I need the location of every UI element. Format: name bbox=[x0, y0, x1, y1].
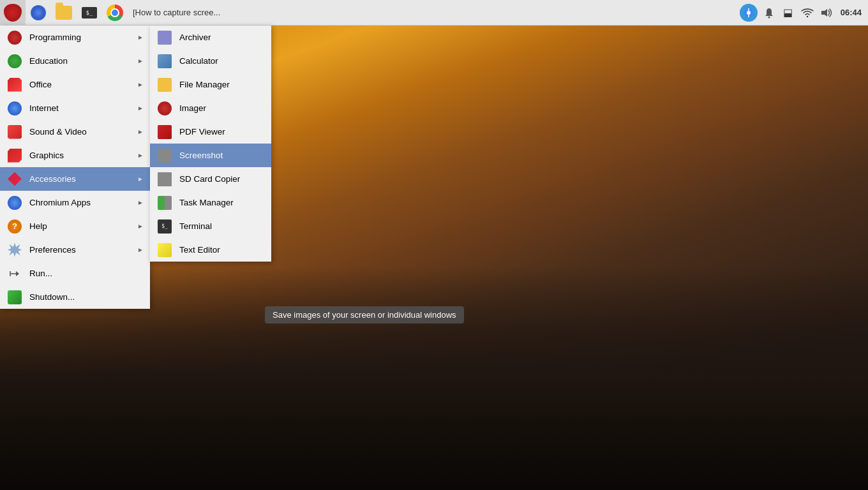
preferences-arrow: ► bbox=[137, 246, 144, 253]
texteditor-label: Text Editor bbox=[179, 245, 220, 255]
soundvideo-icon bbox=[6, 124, 23, 140]
bluetooth-button[interactable]: ⬓ bbox=[781, 0, 796, 26]
run-icon bbox=[6, 265, 23, 282]
filemanager-label: File Manager bbox=[179, 80, 230, 89]
svg-marker-5 bbox=[821, 9, 827, 17]
chromium-taskbar-button[interactable] bbox=[102, 0, 128, 26]
folder-icon bbox=[56, 6, 72, 20]
menu-item-accessories[interactable]: Accessories ► bbox=[0, 167, 150, 191]
accessories-label: Accessories bbox=[29, 174, 137, 184]
sub-item-pdfviewer[interactable]: PDF Viewer bbox=[150, 120, 271, 144]
imager-icon bbox=[156, 100, 173, 117]
menu-item-shutdown[interactable]: Shutdown... bbox=[0, 285, 150, 309]
menu-item-help[interactable]: ? Help ► bbox=[0, 214, 150, 238]
filemanager-icon bbox=[156, 77, 173, 93]
browser-button[interactable] bbox=[26, 0, 51, 26]
programming-label: Programming bbox=[29, 33, 137, 42]
graphics-arrow: ► bbox=[137, 152, 144, 159]
soundvideo-arrow: ► bbox=[137, 128, 144, 135]
raspberry-icon bbox=[4, 4, 22, 22]
bell-icon bbox=[764, 7, 774, 19]
desktop: $_ [How to capture scree... bbox=[0, 0, 868, 490]
sub-item-archiver[interactable]: Archiver bbox=[150, 26, 271, 49]
sub-item-sdcopier[interactable]: SD Card Copier bbox=[150, 167, 271, 191]
menu-item-chromiumapps[interactable]: Chromium Apps ► bbox=[0, 191, 150, 214]
menu-item-office[interactable]: Office ► bbox=[0, 73, 150, 96]
chromiumapps-arrow: ► bbox=[137, 199, 144, 206]
soundvideo-label: Sound & Video bbox=[29, 127, 137, 137]
globe-icon bbox=[31, 5, 46, 20]
sub-item-screenshot[interactable]: Screenshot bbox=[150, 144, 271, 167]
svg-point-4 bbox=[768, 16, 770, 18]
sub-item-taskmanager[interactable]: Task Manager bbox=[150, 191, 271, 214]
internet-icon bbox=[6, 100, 23, 117]
preferences-icon bbox=[6, 242, 23, 258]
office-label: Office bbox=[29, 80, 137, 89]
sub-item-texteditor[interactable]: Text Editor bbox=[150, 238, 271, 262]
terminal-icon: $_ bbox=[82, 7, 97, 19]
sub-item-calculator[interactable]: Calculator bbox=[150, 49, 271, 73]
volume-button[interactable] bbox=[819, 0, 834, 26]
bluetooth-icon: ⬓ bbox=[783, 6, 793, 19]
help-label: Help bbox=[29, 221, 137, 231]
taskbar-title: [How to capture scree... bbox=[128, 8, 740, 17]
notification-button[interactable] bbox=[761, 0, 777, 26]
menu-item-preferences[interactable]: Preferences ► bbox=[0, 238, 150, 262]
terminal-label: Terminal bbox=[179, 221, 212, 231]
wifi-icon bbox=[801, 8, 814, 18]
education-label: Education bbox=[29, 56, 137, 66]
menu-item-graphics[interactable]: Graphics ► bbox=[0, 144, 150, 167]
graphics-label: Graphics bbox=[29, 151, 137, 160]
menu-item-run[interactable]: Run... bbox=[0, 262, 150, 285]
calculator-label: Calculator bbox=[179, 56, 218, 66]
sdcopier-icon bbox=[156, 171, 173, 188]
wifi-button[interactable] bbox=[800, 0, 815, 26]
files-button[interactable] bbox=[51, 0, 77, 26]
help-icon: ? bbox=[6, 218, 23, 235]
sub-item-filemanager[interactable]: File Manager bbox=[150, 73, 271, 96]
office-icon bbox=[6, 77, 23, 93]
menu-item-programming[interactable]: Programming ► bbox=[0, 26, 150, 49]
svg-marker-7 bbox=[16, 271, 19, 276]
pdfviewer-label: PDF Viewer bbox=[179, 127, 225, 137]
help-arrow: ► bbox=[137, 223, 144, 230]
sub-item-imager[interactable]: Imager bbox=[150, 96, 271, 120]
accessories-icon bbox=[6, 171, 23, 188]
graphics-icon bbox=[6, 147, 23, 164]
calculator-icon bbox=[156, 53, 173, 70]
taskbar-right: ⬓ 06:44 bbox=[740, 0, 868, 26]
education-icon bbox=[6, 53, 23, 70]
archiver-label: Archiver bbox=[179, 33, 211, 42]
chromiumapps-icon bbox=[6, 195, 23, 211]
internet-label: Internet bbox=[29, 103, 137, 113]
screenshot-tooltip: Save images of your screen or individual… bbox=[265, 306, 464, 323]
programming-icon bbox=[6, 29, 23, 46]
menu-item-education[interactable]: Education ► bbox=[0, 49, 150, 73]
terminal-button[interactable]: $_ bbox=[77, 0, 102, 26]
pdfviewer-icon bbox=[156, 124, 173, 140]
sub-item-terminal[interactable]: $_ Terminal bbox=[150, 214, 271, 238]
taskbar: $_ [How to capture scree... bbox=[0, 0, 868, 26]
chromium-taskbar-icon bbox=[107, 4, 123, 21]
menu-item-internet[interactable]: Internet ► bbox=[0, 96, 150, 120]
office-arrow: ► bbox=[137, 81, 144, 88]
accessories-submenu: Archiver Calculator File Manager Imager bbox=[150, 26, 271, 262]
shutdown-label: Shutdown... bbox=[29, 292, 144, 302]
taskmanager-label: Task Manager bbox=[179, 198, 234, 207]
taskbar-clock: 06:44 bbox=[838, 8, 862, 17]
shutdown-icon bbox=[6, 289, 23, 306]
raspberry-button[interactable] bbox=[0, 0, 26, 26]
sdcopier-label: SD Card Copier bbox=[179, 174, 240, 184]
screenshot-icon bbox=[156, 147, 173, 164]
texteditor-icon bbox=[156, 242, 173, 258]
volume-icon bbox=[820, 8, 833, 18]
screenshot-label: Screenshot bbox=[179, 151, 223, 160]
run-label: Run... bbox=[29, 269, 144, 278]
terminal-sub-icon: $_ bbox=[156, 218, 173, 235]
menu-item-soundvideo[interactable]: Sound & Video ► bbox=[0, 120, 150, 144]
accessories-arrow: ► bbox=[137, 175, 144, 182]
chromiumapps-label: Chromium Apps bbox=[29, 198, 137, 207]
programming-arrow: ► bbox=[137, 34, 144, 41]
svg-point-1 bbox=[747, 11, 751, 15]
education-arrow: ► bbox=[137, 57, 144, 64]
